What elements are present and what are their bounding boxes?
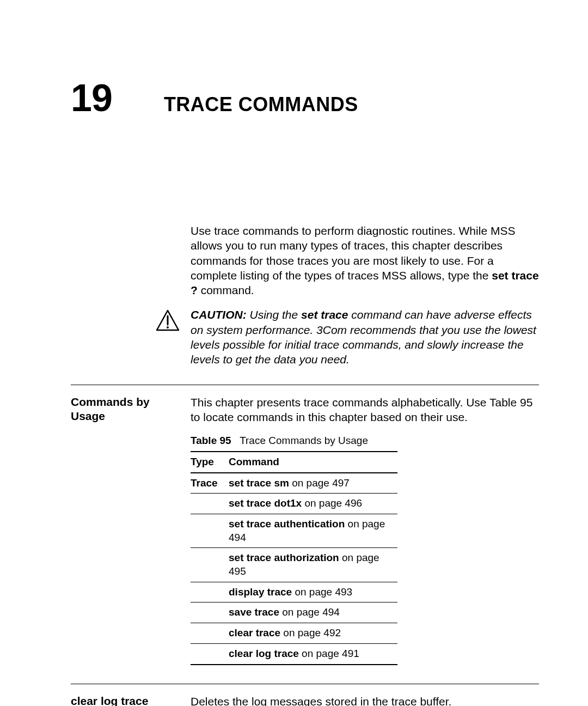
row-cmd: save trace bbox=[229, 606, 279, 618]
row-tail: on page 497 bbox=[289, 477, 350, 489]
clear-log-trace-section: clear log trace Deletes the log messages… bbox=[71, 690, 539, 706]
table-row: clear trace on page 492 bbox=[191, 623, 397, 644]
table-row: set trace authentication on page 494 bbox=[191, 514, 397, 548]
caution-icon bbox=[156, 309, 180, 333]
column-header-type: Type bbox=[191, 452, 229, 473]
chapter-number: 19 bbox=[71, 76, 112, 120]
row-tail: on page 496 bbox=[302, 497, 362, 509]
row-type bbox=[191, 494, 229, 514]
table-row: display trace on page 493 bbox=[191, 582, 397, 602]
intro-text-b: command. bbox=[198, 284, 254, 296]
clear-log-trace-body: Deletes the log messages stored in the t… bbox=[191, 694, 539, 706]
commands-by-usage-section: Commands by Usage This chapter presents … bbox=[71, 391, 539, 665]
caution-lead: CAUTION: bbox=[191, 308, 247, 321]
section-divider bbox=[71, 385, 539, 385]
row-type bbox=[191, 514, 229, 548]
row-tail: on page 494 bbox=[279, 606, 340, 618]
table-row: clear log trace on page 491 bbox=[191, 643, 397, 664]
row-tail: on page 491 bbox=[299, 648, 359, 659]
row-type bbox=[191, 602, 229, 623]
svg-point-2 bbox=[167, 326, 169, 328]
commands-by-usage-body: This chapter presents trace commands alp… bbox=[191, 395, 539, 425]
chapter-title: TRACE COMMANDS bbox=[164, 93, 358, 116]
table-row: Trace set trace sm on page 497 bbox=[191, 473, 397, 494]
table-row: save trace on page 494 bbox=[191, 602, 397, 623]
chapter-heading: 19 TRACE COMMANDS bbox=[71, 76, 539, 120]
commands-table: Type Command Trace set trace sm on page … bbox=[191, 451, 397, 665]
row-cmd: set trace dot1x bbox=[229, 497, 302, 509]
row-tail: on page 493 bbox=[292, 586, 352, 598]
table-caption: Table 95 Trace Commands by Usage bbox=[191, 434, 539, 448]
caution-t1: Using the bbox=[247, 308, 301, 321]
section-divider bbox=[71, 684, 539, 684]
row-cmd: set trace authentication bbox=[229, 518, 345, 530]
table-title: Trace Commands by Usage bbox=[240, 435, 368, 446]
row-cmd: clear trace bbox=[229, 627, 280, 638]
commands-by-usage-heading: Commands by Usage bbox=[71, 395, 180, 665]
row-cmd: clear log trace bbox=[229, 648, 299, 659]
table-label: Table 95 bbox=[191, 435, 231, 446]
caution-text: CAUTION: Using the set trace command can… bbox=[191, 307, 539, 367]
table-row: set trace dot1x on page 496 bbox=[191, 494, 397, 514]
clear-log-trace-heading: clear log trace bbox=[71, 694, 180, 706]
row-type: Trace bbox=[191, 473, 229, 494]
column-header-command: Command bbox=[229, 452, 397, 473]
row-type bbox=[191, 643, 229, 664]
caution-cmd: set trace bbox=[301, 308, 348, 321]
table-row: set trace authorization on page 495 bbox=[191, 548, 397, 582]
caution-block: CAUTION: Using the set trace command can… bbox=[71, 307, 539, 367]
row-type bbox=[191, 582, 229, 602]
row-tail: on page 492 bbox=[280, 627, 341, 638]
row-type bbox=[191, 548, 229, 582]
row-cmd: display trace bbox=[229, 586, 292, 598]
intro-text-a: Use trace commands to perform diagnostic… bbox=[191, 224, 515, 282]
row-cmd: set trace authorization bbox=[229, 552, 339, 563]
row-cmd: set trace sm bbox=[229, 477, 289, 489]
intro-paragraph: Use trace commands to perform diagnostic… bbox=[191, 223, 539, 297]
row-type bbox=[191, 623, 229, 644]
